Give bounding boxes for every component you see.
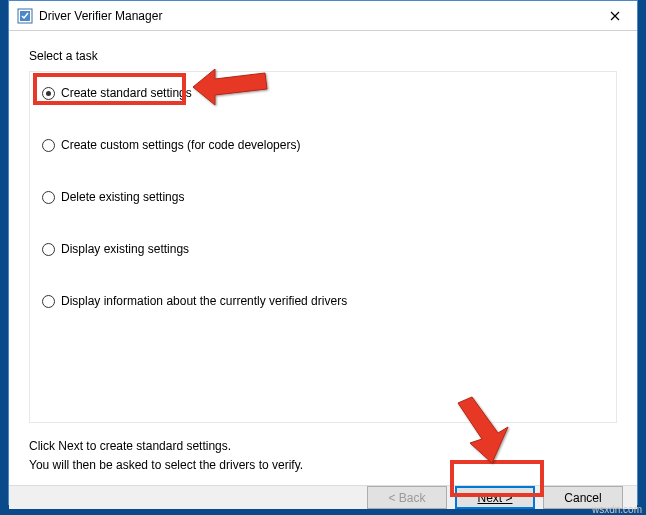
close-button[interactable]: [592, 1, 637, 30]
option-display-info[interactable]: Display information about the currently …: [42, 294, 604, 308]
radio-icon: [42, 243, 55, 256]
task-label: Select a task: [29, 49, 617, 63]
next-button[interactable]: Next >: [455, 486, 535, 509]
titlebar: Driver Verifier Manager: [9, 1, 637, 31]
radio-label: Create custom settings (for code develop…: [61, 138, 300, 152]
option-create-custom[interactable]: Create custom settings (for code develop…: [42, 138, 604, 152]
window-title: Driver Verifier Manager: [39, 9, 592, 23]
radio-label: Display existing settings: [61, 242, 189, 256]
radio-label: Delete existing settings: [61, 190, 184, 204]
hint-line1: Click Next to create standard settings.: [29, 437, 617, 456]
radio-icon: [42, 191, 55, 204]
content-area: Select a task Create standard settings C…: [9, 31, 637, 485]
option-display-existing[interactable]: Display existing settings: [42, 242, 604, 256]
radio-icon: [42, 139, 55, 152]
radio-icon: [42, 295, 55, 308]
watermark: wsxdn.com: [592, 504, 642, 515]
button-bar: < Back Next > Cancel: [9, 485, 637, 509]
option-create-standard[interactable]: Create standard settings: [42, 86, 604, 100]
back-button: < Back: [367, 486, 447, 509]
option-delete-existing[interactable]: Delete existing settings: [42, 190, 604, 204]
hint-text: Click Next to create standard settings. …: [29, 437, 617, 475]
options-panel: Create standard settings Create custom s…: [29, 71, 617, 423]
app-icon: [17, 8, 33, 24]
radio-icon: [42, 87, 55, 100]
radio-label: Create standard settings: [61, 86, 192, 100]
hint-line2: You will then be asked to select the dri…: [29, 456, 617, 475]
dialog-window: Driver Verifier Manager Select a task Cr…: [8, 0, 638, 505]
radio-label: Display information about the currently …: [61, 294, 347, 308]
